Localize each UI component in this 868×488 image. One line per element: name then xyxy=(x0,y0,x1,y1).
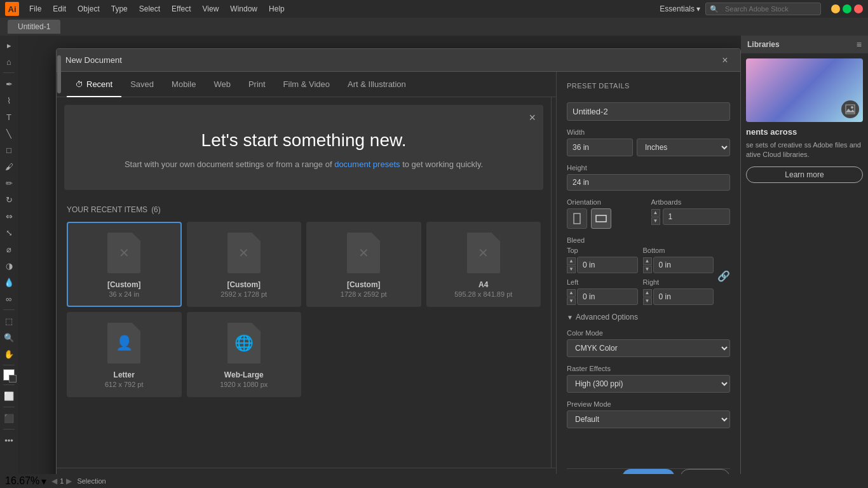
hero-presets-link[interactable]: document presets xyxy=(334,159,400,169)
height-input[interactable] xyxy=(567,174,730,191)
tab-web[interactable]: Web xyxy=(205,72,240,97)
recent-header: YOUR RECENT ITEMS (6) xyxy=(67,205,541,214)
recent-item-3[interactable]: ✕ A4 595.28 x 841.89 pt xyxy=(426,222,541,307)
modal-scrollbar[interactable] xyxy=(551,97,556,468)
maximize-button[interactable] xyxy=(843,4,851,13)
text-tool[interactable]: T xyxy=(2,110,16,124)
menu-select[interactable]: Select xyxy=(134,3,165,15)
menu-edit[interactable]: Edit xyxy=(48,3,71,15)
menu-view[interactable]: View xyxy=(198,3,224,15)
width-unit-select[interactable]: Inches Pixels Millimeters Centimeters Po… xyxy=(637,139,730,156)
menu-file[interactable]: File xyxy=(24,3,46,15)
library-preview-image xyxy=(746,58,863,122)
left-bleed-input[interactable] xyxy=(577,288,638,305)
color-mode-select[interactable]: CMYK Color RGB Color xyxy=(567,339,730,357)
recent-item-0[interactable]: ✕ [Custom] 36 x 24 in xyxy=(67,222,182,307)
zoom-control[interactable]: 16.67% ▾ xyxy=(5,475,46,487)
artboards-increment[interactable]: ▲ xyxy=(651,209,660,217)
hero-close-button[interactable]: × xyxy=(529,111,536,125)
adobe-stock-search[interactable] xyxy=(721,3,817,15)
warp-tool[interactable]: ⌀ xyxy=(2,242,16,256)
left-bleed-decrement[interactable]: ▼ xyxy=(567,297,576,305)
top-bleed-increment[interactable]: ▲ xyxy=(567,257,576,265)
rotate-tool[interactable]: ↻ xyxy=(2,193,16,207)
menu-help[interactable]: Help xyxy=(264,3,290,15)
bottom-bleed-decrement[interactable]: ▼ xyxy=(643,266,652,273)
eyedropper-tool[interactable]: 💧 xyxy=(2,275,16,289)
drawing-mode[interactable]: ⬜ xyxy=(2,389,16,403)
recent-item-4[interactable]: 👤 Letter 612 x 792 pt xyxy=(67,312,182,397)
tab-film-video[interactable]: Film & Video xyxy=(275,72,339,97)
right-bleed-increment[interactable]: ▲ xyxy=(643,289,652,297)
libraries-menu-icon[interactable]: ≡ xyxy=(857,39,862,50)
menu-type[interactable]: Type xyxy=(106,3,133,15)
artboards-decrement[interactable]: ▼ xyxy=(651,217,660,225)
line-tool[interactable]: ╲ xyxy=(2,126,16,140)
fill-color[interactable] xyxy=(3,369,15,381)
item-icon-0: ✕ xyxy=(105,231,143,275)
menu-window[interactable]: Window xyxy=(225,3,262,15)
landscape-orientation[interactable] xyxy=(591,208,611,229)
portrait-orientation[interactable] xyxy=(567,208,587,229)
modal-overlay: New Document × ⏱ Recent Saved xyxy=(18,36,741,488)
left-bleed-increment[interactable]: ▲ xyxy=(567,289,576,297)
blend-tool[interactable]: ∞ xyxy=(2,292,16,306)
artboard-tool[interactable]: ⬚ xyxy=(2,314,16,328)
change-screen-mode[interactable]: ⬛ xyxy=(2,411,16,425)
raster-effects-group: Raster Effects High (300 ppi) Medium (15… xyxy=(567,365,730,393)
minimize-button[interactable] xyxy=(831,4,840,13)
artboards-input[interactable] xyxy=(663,208,731,225)
tab-art-illustration[interactable]: Art & Illustration xyxy=(339,72,415,97)
bleed-link-button[interactable]: 🔗 xyxy=(717,270,730,282)
home-tool[interactable]: ⌂ xyxy=(2,55,16,69)
right-bleed-decrement[interactable]: ▼ xyxy=(643,297,652,305)
item-size-3: 595.28 x 841.89 pt xyxy=(454,290,512,298)
rect-tool[interactable]: □ xyxy=(2,143,16,157)
tab-saved[interactable]: Saved xyxy=(121,72,163,97)
prev-page-button[interactable]: ◀ xyxy=(51,477,57,485)
orientation-buttons xyxy=(567,208,646,229)
advanced-options-toggle[interactable]: ▼ Advanced Options xyxy=(567,313,730,322)
gradient-tool[interactable]: ◑ xyxy=(2,259,16,273)
scale-tool[interactable]: ⤡ xyxy=(2,226,16,240)
document-tab[interactable]: Untitled-1 xyxy=(8,20,60,34)
zoom-tool[interactable]: 🔍 xyxy=(2,330,16,344)
tab-mobile[interactable]: Mobile xyxy=(163,72,205,97)
curvature-tool[interactable]: ⌇ xyxy=(2,93,16,107)
paintbrush-tool[interactable]: 🖌 xyxy=(2,159,16,173)
recent-item-1[interactable]: ✕ [Custom] 2592 x 1728 pt xyxy=(187,222,302,307)
recent-item-5[interactable]: 🌐 Web-Large 1920 x 1080 px xyxy=(187,312,302,397)
right-bleed-input[interactable] xyxy=(653,288,714,305)
bottom-bleed-increment[interactable]: ▲ xyxy=(643,257,652,265)
svg-point-4 xyxy=(851,106,853,109)
next-page-button[interactable]: ▶ xyxy=(66,477,72,485)
more-tools[interactable]: ••• xyxy=(2,433,16,447)
top-bleed-group: Top ▲ ▼ xyxy=(567,247,638,273)
menu-object[interactable]: Object xyxy=(72,3,105,15)
mirror-tool[interactable]: ⇔ xyxy=(2,209,16,223)
workspace-switcher[interactable]: Essentials ▾ xyxy=(660,4,700,13)
tab-print[interactable]: Print xyxy=(240,72,275,97)
bottom-bleed-input[interactable] xyxy=(653,257,714,273)
top-bleed-label: Top xyxy=(567,247,638,254)
top-bleed-input[interactable] xyxy=(577,257,638,273)
top-bleed-decrement[interactable]: ▼ xyxy=(567,266,576,273)
item-size-2: 1728 x 2592 pt xyxy=(341,290,387,298)
selector-tool[interactable]: ▸ xyxy=(2,38,16,52)
across-text: nents across xyxy=(746,127,863,137)
preset-name-input[interactable] xyxy=(567,102,730,121)
raster-effects-select[interactable]: High (300 ppi) Medium (150 ppi) Screen (… xyxy=(567,375,730,393)
preview-mode-select[interactable]: Default Pixel Overprint xyxy=(567,410,730,428)
recent-item-2[interactable]: ✕ [Custom] 1728 x 2592 pt xyxy=(306,222,421,307)
menu-effect[interactable]: Effect xyxy=(166,3,196,15)
pen-tool[interactable]: ✒ xyxy=(2,77,16,91)
preview-mode-label: Preview Mode xyxy=(567,400,730,408)
learn-more-button[interactable]: Learn more xyxy=(746,166,863,183)
pencil-tool[interactable]: ✏ xyxy=(2,176,16,190)
item-icon-1: ✕ xyxy=(225,231,263,275)
window-close-button[interactable] xyxy=(854,4,863,13)
width-input[interactable] xyxy=(567,139,633,156)
tab-recent[interactable]: ⏱ Recent xyxy=(67,72,121,97)
hand-tool[interactable]: ✋ xyxy=(2,347,16,361)
modal-close-button[interactable]: × xyxy=(719,54,731,67)
